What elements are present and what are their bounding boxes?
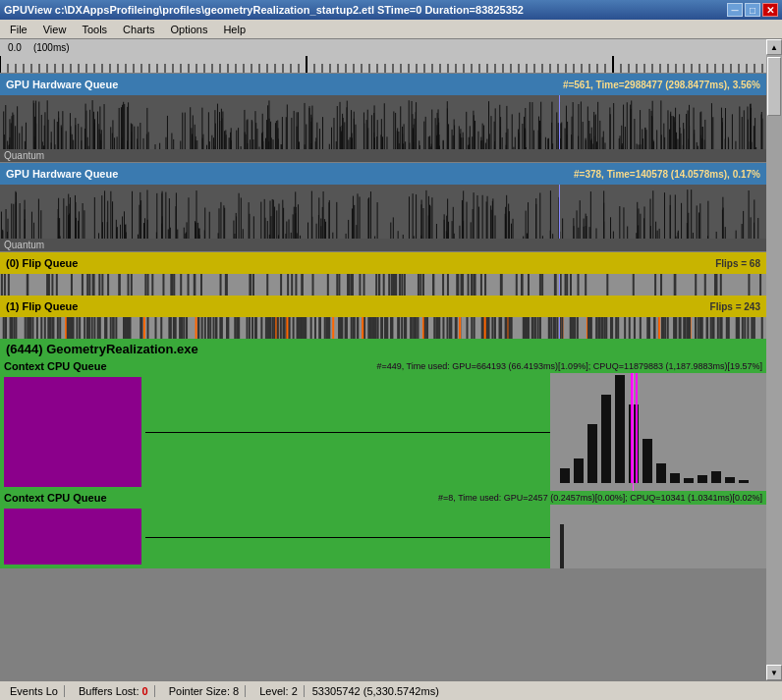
svg-rect-1371 (249, 317, 251, 339)
svg-rect-364 (581, 101, 582, 149)
svg-rect-380 (472, 136, 473, 149)
svg-rect-859 (294, 207, 295, 239)
svg-rect-588 (489, 134, 490, 149)
svg-rect-1335 (260, 317, 262, 339)
svg-rect-429 (640, 110, 641, 149)
svg-rect-537 (371, 115, 372, 149)
menu-file[interactable]: File (2, 22, 35, 37)
svg-rect-1080 (481, 317, 483, 339)
svg-rect-839 (78, 221, 79, 239)
scroll-thumb[interactable] (767, 57, 781, 116)
svg-rect-580 (609, 107, 610, 149)
svg-rect-1111 (324, 317, 326, 339)
svg-rect-879 (509, 211, 510, 239)
maximize-button[interactable]: □ (745, 3, 760, 17)
svg-rect-131 (586, 138, 586, 149)
svg-rect-534 (217, 104, 218, 149)
svg-rect-790 (453, 207, 454, 239)
svg-rect-872 (249, 202, 250, 239)
process-green-area-2 (145, 505, 766, 568)
svg-rect-700 (619, 206, 620, 239)
svg-rect-1380 (642, 439, 652, 483)
svg-rect-764 (528, 202, 529, 239)
flip-queue-0-info: Flips = 68 (715, 258, 760, 269)
svg-rect-771 (11, 203, 12, 239)
svg-rect-1372 (207, 317, 209, 339)
svg-rect-1126 (79, 317, 81, 339)
svg-rect-123 (545, 137, 546, 149)
svg-rect-699 (610, 217, 611, 239)
svg-rect-1297 (629, 317, 631, 339)
svg-rect-237 (266, 120, 267, 149)
svg-rect-192 (331, 128, 332, 149)
context-cpu-2-chart-area[interactable] (0, 505, 766, 568)
svg-rect-222 (5, 105, 6, 149)
svg-rect-488 (315, 137, 316, 149)
svg-rect-366 (502, 137, 503, 149)
svg-rect-405 (276, 121, 277, 149)
svg-rect-1239 (508, 317, 510, 339)
svg-rect-318 (127, 107, 128, 149)
svg-rect-958 (570, 274, 572, 296)
svg-rect-1157 (180, 317, 182, 339)
minimize-button[interactable]: ─ (727, 3, 743, 17)
menu-options[interactable]: Options (162, 22, 215, 37)
svg-rect-1354 (57, 317, 59, 339)
svg-rect-322 (62, 111, 63, 149)
window-title: GPUView c:\DXAppsProfileing\profiles\geo… (4, 4, 727, 16)
svg-rect-360 (231, 140, 232, 149)
svg-rect-798 (25, 219, 26, 239)
svg-rect-961 (715, 274, 717, 296)
context-cpu-1-chart-area[interactable] (0, 373, 766, 491)
svg-rect-937 (312, 274, 314, 296)
close-button[interactable]: ✕ (762, 3, 778, 17)
menu-tools[interactable]: Tools (74, 22, 115, 37)
svg-rect-813 (421, 204, 422, 239)
svg-rect-358 (447, 101, 448, 149)
scroll-up-button[interactable]: ▲ (766, 39, 782, 55)
svg-rect-1093 (675, 317, 677, 339)
svg-rect-259 (454, 119, 455, 149)
svg-rect-997 (484, 274, 486, 296)
menu-view[interactable]: View (35, 22, 75, 37)
timeline-sublabel: (100ms) (29, 40, 74, 55)
svg-rect-942 (188, 274, 190, 296)
svg-rect-820 (678, 231, 679, 239)
svg-rect-852 (743, 211, 744, 239)
svg-rect-552 (22, 127, 23, 149)
svg-rect-1289 (126, 317, 128, 339)
svg-rect-769 (144, 218, 145, 239)
svg-rect-479 (463, 133, 464, 149)
svg-rect-816 (476, 195, 477, 239)
menu-help[interactable]: Help (215, 22, 253, 37)
svg-rect-803 (1, 212, 2, 239)
flip-queue-1-chart[interactable] (0, 317, 766, 339)
svg-rect-457 (448, 124, 449, 149)
svg-rect-1357 (339, 317, 341, 339)
svg-rect-491 (402, 127, 403, 149)
svg-rect-609 (270, 216, 271, 239)
histogram-1 (550, 373, 766, 491)
svg-rect-929 (27, 274, 28, 296)
svg-rect-445 (221, 118, 222, 149)
svg-rect-1000 (674, 274, 676, 296)
svg-rect-594 (531, 102, 532, 149)
svg-rect-744 (6, 209, 7, 239)
scroll-track[interactable] (766, 55, 782, 665)
svg-rect-658 (539, 192, 540, 239)
svg-rect-431 (443, 140, 444, 149)
svg-rect-1370 (326, 317, 328, 339)
svg-rect-1234 (168, 317, 170, 339)
svg-rect-229 (669, 130, 670, 149)
svg-rect-583 (70, 127, 71, 149)
gpu-queue-2-chart[interactable] (0, 185, 766, 239)
flip-queue-0-chart[interactable] (0, 274, 766, 296)
gpu-queue-1-chart[interactable] (0, 95, 766, 149)
svg-rect-294 (224, 131, 225, 149)
scrollbar-right[interactable]: ▲ ▼ (766, 39, 782, 680)
svg-rect-466 (61, 128, 62, 149)
svg-rect-749 (195, 221, 196, 239)
scroll-down-button[interactable]: ▼ (766, 665, 782, 680)
menu-charts[interactable]: Charts (115, 22, 162, 37)
status-level-label: Level: 2 (259, 685, 298, 697)
